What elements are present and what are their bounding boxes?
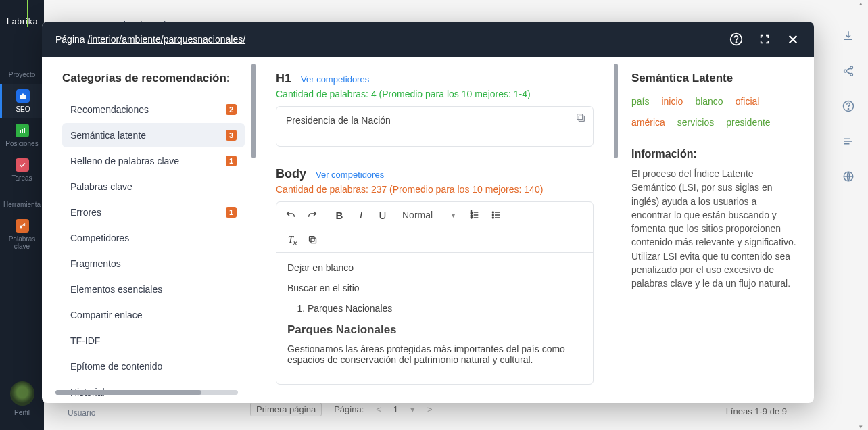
category-item[interactable]: Compartir enlace: [62, 303, 245, 327]
bg-primera[interactable]: Primera página: [250, 402, 322, 416]
categories-heading: Categorías de recomendación:: [62, 72, 245, 85]
h1-word-count: Cantidad de palabras: 4 (Promedio para l…: [276, 89, 594, 99]
category-badge: 1: [226, 207, 237, 218]
svg-rect-2: [20, 130, 21, 133]
horizontal-scrollbar[interactable]: [55, 390, 238, 395]
category-item[interactable]: Elementos esenciales: [62, 277, 245, 302]
scroll-up-icon[interactable]: ▴: [859, 0, 863, 7]
copy-icon[interactable]: [575, 112, 586, 125]
vertical-scrollbar[interactable]: [251, 57, 256, 403]
chevron-down-icon: ▾: [452, 212, 455, 219]
nav-item-tareas[interactable]: Tareas: [0, 153, 44, 187]
nav-label-posiciones: Posiciones: [5, 140, 38, 147]
category-item[interactable]: Palabras clave: [62, 174, 245, 199]
modal-header: Página /interior/ambiente/parquesnaciona…: [42, 22, 814, 57]
download-icon[interactable]: [841, 28, 856, 43]
globe-icon[interactable]: [841, 169, 856, 184]
category-label: Recomendaciones: [70, 104, 149, 115]
body-ver-competidores-link[interactable]: Ver competidores: [316, 170, 384, 180]
category-label: Palabras clave: [70, 181, 132, 192]
svg-rect-17: [309, 236, 314, 241]
body-editor: B I U Normal ▾ 123 T✕: [276, 201, 594, 385]
category-label: TF-IDF: [70, 335, 100, 346]
editor-h2: Parques Nacionales: [287, 323, 582, 337]
category-item[interactable]: Fragmentos: [62, 252, 245, 276]
lsi-term[interactable]: país: [631, 96, 649, 107]
unordered-list-icon[interactable]: [489, 208, 504, 222]
scroll-down-icon[interactable]: ▾: [859, 423, 863, 430]
redo-icon[interactable]: [305, 208, 320, 222]
h1-value: Presidencia de la Nación: [286, 115, 391, 126]
h1-ver-competidores-link[interactable]: Ver competidores: [301, 74, 369, 85]
category-item[interactable]: Recomendaciones2: [62, 97, 245, 122]
category-item[interactable]: Errores1: [62, 200, 245, 224]
svg-point-15: [492, 217, 493, 218]
main-scrollbar[interactable]: ▴ ▾: [858, 0, 866, 430]
clear-format-icon[interactable]: T✕: [283, 232, 298, 247]
nav-section-herramientas: Herramienta: [3, 201, 41, 208]
lsi-term[interactable]: américa: [631, 117, 665, 128]
underline-icon[interactable]: U: [375, 208, 390, 222]
svg-rect-16: [311, 238, 316, 243]
semantic-info-panel: Semántica Latente paísinicioblancooficia…: [618, 57, 814, 403]
floating-toolbar: [841, 28, 856, 184]
h1-field[interactable]: Presidencia de la Nación: [276, 106, 594, 147]
nav-item-palabras-clave[interactable]: Palabras clave: [0, 214, 44, 256]
bg-pagination: Primera página Página: < 1 ▾ >: [250, 402, 433, 416]
editor-p1: Dejar en blanco: [287, 262, 582, 273]
fullscreen-icon[interactable]: [757, 32, 772, 47]
lsi-term[interactable]: inicio: [661, 96, 683, 107]
svg-rect-3: [22, 129, 23, 133]
category-label: Competidores: [70, 233, 129, 243]
bg-page-dropdown[interactable]: ▾: [410, 404, 415, 414]
list-float-icon[interactable]: [841, 134, 856, 149]
category-label: Compartir enlace: [70, 310, 143, 320]
category-label: Epítome de contenido: [70, 361, 162, 372]
ordered-list-icon[interactable]: 123: [467, 208, 482, 222]
info-heading: Información:: [631, 148, 796, 160]
modal-page-path[interactable]: /interior/ambiente/parquesnacionales/: [88, 34, 245, 45]
help-icon[interactable]: [729, 32, 744, 47]
category-badge: 2: [226, 104, 237, 115]
category-item[interactable]: Semántica latente3: [62, 123, 245, 147]
category-label: Relleno de palabras clave: [70, 156, 179, 166]
left-nav-sidebar: Labrika Proyecto SEO Posiciones Tareas H…: [0, 0, 44, 430]
svg-rect-9: [577, 114, 583, 120]
copy-format-icon[interactable]: [305, 232, 320, 247]
svg-point-22: [848, 109, 848, 110]
lsi-term[interactable]: servicios: [677, 117, 714, 128]
nav-item-seo[interactable]: SEO: [0, 84, 44, 118]
bg-page-prev[interactable]: <: [376, 404, 381, 414]
lsi-term[interactable]: oficial: [736, 96, 760, 107]
italic-icon[interactable]: I: [354, 208, 368, 222]
category-item[interactable]: Relleno de palabras clave1: [62, 149, 245, 173]
close-icon[interactable]: [786, 32, 800, 47]
h1-section-label: H1: [276, 72, 291, 86]
avatar[interactable]: [10, 381, 34, 406]
vertical-scrollbar-mid[interactable]: [614, 57, 618, 403]
category-item[interactable]: TF-IDF: [62, 329, 245, 353]
editor-content[interactable]: Dejar en blanco Buscar en el sitio Parqu…: [276, 253, 593, 384]
category-badge: 1: [226, 156, 237, 166]
modal-page-label: Página: [55, 34, 85, 45]
bg-usuario-text: Usuario: [68, 408, 95, 418]
bold-icon[interactable]: B: [332, 208, 347, 222]
lsi-term[interactable]: blanco: [695, 96, 723, 107]
help-float-icon[interactable]: [841, 99, 856, 114]
heading-select[interactable]: Normal ▾: [402, 210, 455, 220]
category-item[interactable]: Epítome de contenido: [62, 354, 245, 379]
undo-icon[interactable]: [283, 208, 298, 222]
key-icon: [16, 219, 29, 233]
lsi-term[interactable]: presidente: [726, 117, 770, 128]
categories-panel: Categorías de recomendación: Recomendaci…: [42, 57, 251, 403]
nav-item-posiciones[interactable]: Posiciones: [0, 118, 44, 153]
recommendation-modal: Página /interior/ambiente/parquesnaciona…: [42, 22, 814, 403]
share-icon[interactable]: [841, 64, 856, 78]
bg-page-next[interactable]: >: [427, 404, 433, 414]
svg-point-5: [20, 226, 22, 229]
nav-label-perfil: Perfil: [14, 409, 30, 416]
chart-icon: [16, 124, 29, 137]
editor-li1: Parques Nacionales: [308, 303, 582, 314]
category-item[interactable]: Competidores: [62, 226, 245, 250]
nav-label-seo: SEO: [16, 105, 30, 113]
